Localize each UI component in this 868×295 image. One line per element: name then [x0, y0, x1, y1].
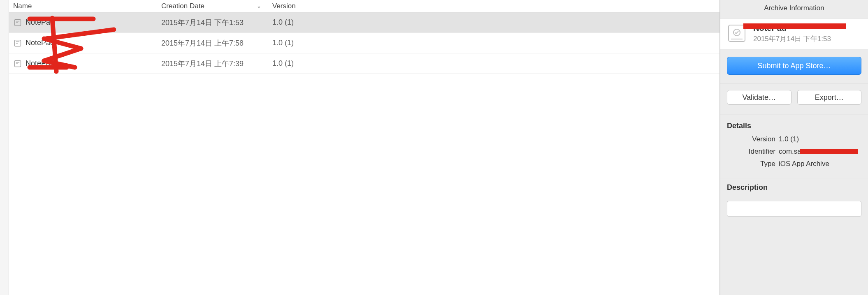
table-row[interactable]: NotePad 2015年7月14日 下午1:53 1.0 (1)	[9, 12, 719, 33]
secondary-action-row: Validate… Export…	[720, 83, 868, 115]
column-header-row: Name Creation Date ⌄ Version	[9, 0, 719, 12]
column-header-label: Name	[13, 2, 32, 10]
description-heading: Description	[727, 183, 861, 192]
submit-button[interactable]: Submit to App Store…	[727, 57, 861, 75]
archive-list: Name Creation Date ⌄ Version NotePad 201…	[9, 0, 720, 295]
row-name: NotePad	[26, 18, 54, 27]
archive-icon	[13, 39, 22, 48]
button-label: Validate…	[742, 93, 776, 102]
row-date: 2015年7月14日 上午7:39	[157, 59, 268, 69]
table-row[interactable]: NotePad 2015年7月14日 上午7:58 1.0 (1)	[9, 33, 719, 53]
details-section: Details Version 1.0 (1) Identifier com.s…	[720, 115, 868, 178]
detail-key-type: Type	[730, 160, 775, 168]
sort-descending-icon: ⌄	[257, 3, 264, 9]
detail-val-type: iOS App Archive	[779, 160, 858, 168]
detail-val-version: 1.0 (1)	[779, 135, 858, 143]
column-header-name[interactable]: Name	[9, 0, 157, 12]
panel-title: Archive Information	[720, 0, 868, 18]
redaction-scribble-icon	[800, 148, 858, 155]
archive-icon	[13, 18, 22, 27]
archive-rows: NotePad 2015年7月14日 下午1:53 1.0 (1) NotePa…	[9, 12, 719, 295]
row-name: NotePad	[26, 59, 54, 68]
row-version: 1.0 (1)	[268, 18, 719, 27]
column-header-label: Creation Date	[161, 2, 204, 10]
table-row[interactable]: NotePad 2015年7月14日 上午7:39 1.0 (1)	[9, 53, 719, 74]
detail-key-version: Version	[730, 135, 775, 143]
archive-name: NotePad	[753, 23, 831, 33]
row-name: NotePad	[26, 39, 54, 47]
column-header-version[interactable]: Version	[268, 0, 719, 12]
export-button[interactable]: Export…	[797, 90, 862, 105]
column-header-label: Version	[272, 2, 296, 10]
detail-key-identifier: Identifier	[730, 148, 775, 156]
primary-action-block: Submit to App Store…	[720, 49, 868, 83]
archive-info-panel: Archive Information NotePad 2015年7月14日 下…	[720, 0, 868, 295]
column-header-date[interactable]: Creation Date ⌄	[157, 0, 268, 12]
detail-val-identifier: com.sa	[779, 148, 858, 156]
button-label: Export…	[815, 93, 844, 102]
row-version: 1.0 (1)	[268, 39, 719, 47]
archive-icon	[13, 59, 22, 68]
row-version: 1.0 (1)	[268, 59, 719, 68]
details-heading: Details	[727, 122, 861, 130]
left-gutter	[0, 0, 9, 295]
archive-date: 2015年7月14日 下午1:53	[753, 34, 831, 44]
validate-button[interactable]: Validate…	[727, 90, 791, 105]
archive-header: NotePad 2015年7月14日 下午1:53	[720, 18, 868, 49]
row-date: 2015年7月14日 下午1:53	[157, 18, 268, 28]
description-input[interactable]	[727, 201, 861, 217]
archive-large-icon	[726, 23, 747, 44]
row-date: 2015年7月14日 上午7:58	[157, 38, 268, 48]
button-label: Submit to App Store…	[757, 62, 831, 70]
description-section: Description	[720, 178, 868, 217]
detail-val-identifier-text: com.sa	[779, 148, 801, 155]
